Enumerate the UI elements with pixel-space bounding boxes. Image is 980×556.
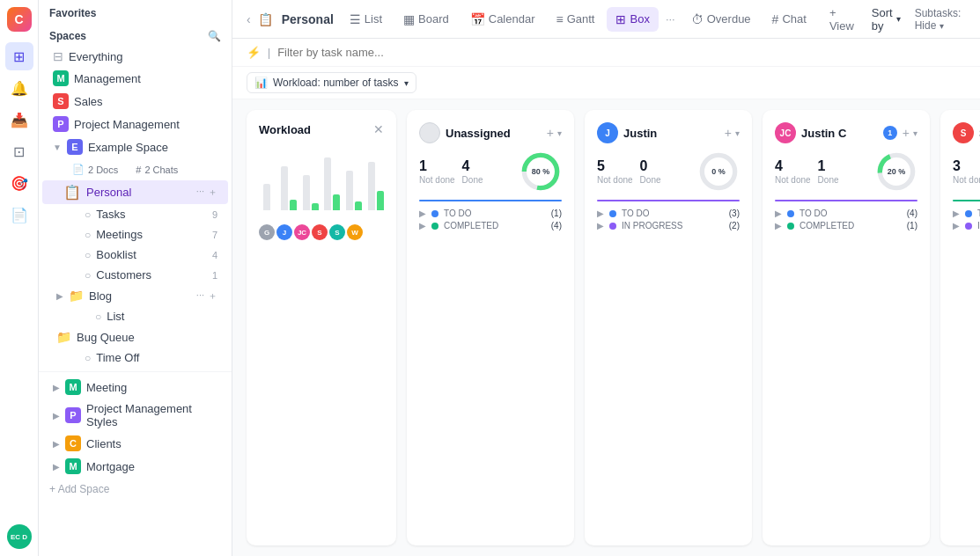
- wl-bar-group-5: [346, 171, 363, 210]
- top-nav: ‹ 📋 Personal ☰ List ▦ Board 📅 Calendar ≡…: [232, 0, 980, 39]
- unassigned-chevron-icon[interactable]: ▾: [557, 128, 562, 138]
- justinc-add-icon[interactable]: +: [903, 126, 910, 140]
- sidebar-search-icon[interactable]: 🔍: [208, 30, 221, 42]
- wl-bar-4b: [333, 194, 340, 210]
- sidebar-item-mortgage[interactable]: ▶ M Mortgage: [42, 455, 228, 478]
- example-space-icon: E: [67, 139, 83, 155]
- sidebar-sub-meetings[interactable]: ○ Meetings 7: [74, 224, 228, 245]
- justinc-todo-dot: [787, 210, 794, 217]
- unassigned-add-icon[interactable]: +: [547, 126, 554, 140]
- wl-avatar-s1: S: [312, 224, 328, 240]
- sidebar-sub-list[interactable]: ○ List: [85, 306, 228, 326]
- add-space-button[interactable]: + Add Space: [39, 478, 232, 501]
- user-avatar[interactable]: EC D: [7, 524, 32, 549]
- tab-overdue[interactable]: ⏱ Overdue: [682, 7, 760, 32]
- card-justin: J Justin + ▾ 5 Not done 0 Done: [585, 110, 752, 545]
- sidebar-divider: [39, 371, 232, 372]
- workload-button[interactable]: 📊 Workload: number of tasks ▾: [247, 72, 416, 93]
- icon-rail: C ⊞ 🔔 📥 ⊡ 🎯 📄 EC D: [0, 0, 39, 556]
- shane-stripe: [953, 200, 980, 201]
- wl-avatar-s2: S: [329, 224, 345, 240]
- home-icon[interactable]: ⊞: [5, 42, 33, 70]
- filter-input[interactable]: [277, 46, 966, 59]
- chats-badge[interactable]: # 2 Chats: [130, 162, 183, 177]
- sort-chevron-icon: ▾: [896, 14, 901, 24]
- sidebar-item-clients[interactable]: ▶ C Clients: [42, 432, 228, 455]
- card-shane: S Shane + ▾ 3 Not done 0 Done: [940, 110, 980, 545]
- justin-task-inprogress: ▶ IN PROGRESS (2): [597, 221, 740, 230]
- justinc-tasks: ▶ TO DO (4) ▶ COMPLETED (1): [775, 208, 917, 230]
- wl-bar-5b: [355, 201, 362, 210]
- tab-chat[interactable]: # Chat: [763, 7, 815, 32]
- tab-gantt[interactable]: ≡ Gantt: [548, 7, 604, 32]
- favorites-header: Favorites: [39, 0, 232, 23]
- goals-icon[interactable]: 🎯: [5, 169, 33, 197]
- justinc-task-todo: ▶ TO DO (4): [775, 208, 917, 218]
- sort-button[interactable]: Sort by ▾: [865, 3, 908, 36]
- task-row-todo: ▶ TO DO (1): [419, 208, 562, 218]
- sidebar-sub-booklist[interactable]: ○ Booklist 4: [74, 245, 228, 265]
- notification-icon[interactable]: 🔔: [5, 74, 33, 102]
- wl-bars-2: [281, 166, 297, 210]
- tab-calendar[interactable]: 📅 Calendar: [461, 7, 544, 32]
- docs-icon[interactable]: 📄: [5, 201, 33, 229]
- wl-bar-3b: [312, 203, 319, 210]
- justin-add-icon[interactable]: +: [725, 126, 732, 140]
- wl-bars-1: [263, 184, 270, 210]
- workload-card-header: Workload ✕: [259, 122, 384, 136]
- unassigned-name: Unassigned: [446, 127, 542, 140]
- wl-bars-4: [324, 157, 340, 210]
- workload-bar: 📊 Workload: number of tasks ▾: [232, 67, 980, 99]
- sidebar-sub-time-off[interactable]: ○ Time Off: [74, 348, 228, 368]
- sidebar-item-sales[interactable]: S Sales: [42, 90, 228, 113]
- sidebar-item-project-mgmt[interactable]: P Project Management: [42, 113, 228, 135]
- workload-close-button[interactable]: ✕: [373, 122, 384, 136]
- inbox-icon[interactable]: 📥: [5, 106, 33, 134]
- wl-bars-5: [346, 171, 362, 210]
- justinc-completed-dot: [787, 223, 794, 230]
- sidebar-item-meeting[interactable]: ▶ M Meeting: [42, 376, 228, 399]
- sidebar-sub-tasks[interactable]: ○ Tasks 9: [74, 204, 228, 224]
- sidebar-item-personal[interactable]: 📋 Personal ··· ＋: [42, 180, 228, 204]
- add-view-button[interactable]: + View: [822, 3, 861, 36]
- justin-todo-arrow: ▶: [597, 208, 604, 218]
- tab-box[interactable]: ⊞ Box: [607, 7, 658, 32]
- filter-separator: |: [268, 47, 270, 59]
- shane-stats: 3 Not done 0 Done 0 %: [953, 150, 980, 193]
- justinc-chevron-icon[interactable]: ▾: [913, 128, 917, 138]
- sidebar-item-example-space[interactable]: ▼ E Example Space: [42, 135, 228, 158]
- grid-icon[interactable]: ⊡: [5, 137, 33, 165]
- main-content: ‹ 📋 Personal ☰ List ▦ Board 📅 Calendar ≡…: [232, 0, 980, 556]
- justin-todo-dot: [609, 210, 616, 217]
- tab-board[interactable]: ▦ Board: [394, 7, 458, 32]
- justin-chevron-icon[interactable]: ▾: [735, 128, 740, 138]
- more-tabs-icon[interactable]: ···: [662, 9, 679, 29]
- wl-bar-5a: [346, 171, 353, 210]
- blog-sub: ○ List: [81, 306, 232, 326]
- shane-tasks: ▶ TO DO (2) ▶ IN PROGRESS (1): [953, 208, 980, 230]
- wl-bar-group-2: [281, 166, 298, 210]
- sidebar-item-blog[interactable]: ▶ 📁 Blog ··· ＋: [42, 285, 228, 306]
- tab-list[interactable]: ☰ List: [341, 7, 391, 32]
- sidebar-item-project-mgmt-styles[interactable]: ▶ P Project Management Styles: [42, 399, 228, 432]
- sidebar-item-management[interactable]: M Management: [42, 67, 228, 90]
- sidebar-toggle-icon[interactable]: ‹: [247, 12, 251, 26]
- sidebar-item-bug-queue[interactable]: 📁 Bug Queue: [42, 326, 228, 348]
- subtasks-button[interactable]: Subtasks: Hide ▾: [915, 7, 966, 32]
- docs-badge[interactable]: 📄 2 Docs: [67, 162, 123, 177]
- workload-title: Workload: [259, 123, 311, 136]
- justin-name: Justin: [623, 127, 719, 140]
- blog-actions: ··· ＋: [196, 289, 217, 303]
- box-tab-icon: ⊞: [615, 12, 626, 26]
- justin-avatar: J: [597, 122, 618, 143]
- justinc-name: Justin C: [801, 127, 878, 140]
- sidebar-item-everything[interactable]: ⊟ Everything: [42, 46, 228, 67]
- wl-avatar-jc: JC: [294, 224, 310, 240]
- filter-icon: ⚡: [247, 46, 261, 59]
- wl-bar-gray: [263, 184, 270, 210]
- justinc-task-completed: ▶ COMPLETED (1): [775, 221, 917, 230]
- wl-bars-6: [368, 162, 384, 210]
- sidebar-sub-customers[interactable]: ○ Customers 1: [74, 265, 228, 285]
- justin-actions: + ▾: [725, 126, 740, 140]
- chat-tab-icon: #: [772, 12, 779, 26]
